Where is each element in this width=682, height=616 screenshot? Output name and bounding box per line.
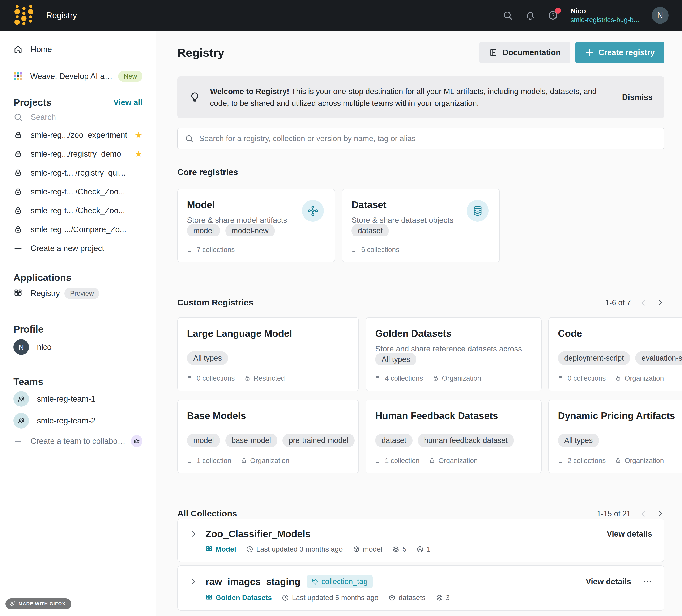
user-org-link[interactable]: smle-registries-bug-b... bbox=[571, 16, 639, 24]
registry-card-large-language-model[interactable]: Large Language Model All types 0 collect… bbox=[177, 317, 359, 391]
star-icon[interactable]: ★ bbox=[135, 130, 142, 140]
sidebar-project-item[interactable]: smle-reg-.../Compare_Zo... bbox=[0, 220, 156, 239]
search-icon[interactable] bbox=[503, 10, 513, 20]
lock-icon bbox=[244, 375, 251, 382]
projects-heading: Projects View all bbox=[0, 96, 156, 109]
collections-count: 4 collections bbox=[375, 374, 423, 382]
list-icon bbox=[375, 457, 382, 464]
registry-card-model[interactable]: Model Store & share model artifacts mode… bbox=[177, 189, 335, 262]
registry-card-dataset[interactable]: Dataset Store & share dataset objects da… bbox=[342, 189, 500, 262]
visibility-badge: Organization bbox=[241, 457, 289, 465]
sidebar-project-item[interactable]: smle-reg-t... /Check_Zoo... bbox=[0, 201, 156, 220]
layers-icon bbox=[392, 546, 400, 553]
sidebar-team-item[interactable]: smle-reg-team-2 bbox=[0, 410, 156, 432]
registry-link[interactable]: Model bbox=[205, 545, 236, 553]
collection-name[interactable]: Zoo_Classifier_Models bbox=[205, 528, 311, 540]
sidebar-project-item[interactable]: smle-reg.../registry_demo ★ bbox=[0, 145, 156, 163]
registry-card-human-feedback-datasets[interactable]: Human Feedback Datasets dataset human-fe… bbox=[366, 399, 542, 474]
bell-icon[interactable] bbox=[525, 10, 535, 20]
chevron-right-icon[interactable] bbox=[656, 510, 664, 518]
star-icon[interactable]: ★ bbox=[135, 149, 142, 159]
sidebar-search[interactable] bbox=[0, 109, 156, 126]
registry-card-base-models[interactable]: Base Models model base-model pre-trained… bbox=[177, 399, 359, 474]
registry-link[interactable]: Golden Datasets bbox=[205, 594, 272, 602]
list-icon bbox=[351, 246, 358, 253]
visibility-badge: Organization bbox=[615, 374, 664, 382]
create-registry-button[interactable]: Create registry bbox=[575, 42, 664, 63]
expand-chevron-icon[interactable] bbox=[189, 530, 198, 538]
registry-search-input[interactable] bbox=[199, 134, 657, 143]
registry-search[interactable] bbox=[177, 128, 664, 149]
wandb-logo-icon[interactable] bbox=[14, 4, 35, 27]
chevron-left-icon[interactable] bbox=[639, 299, 647, 307]
chevron-left-icon[interactable] bbox=[639, 510, 647, 518]
preview-badge: Preview bbox=[64, 288, 99, 299]
tag-pill: All types bbox=[558, 434, 599, 447]
custom-registries-grid: Large Language Model All types 0 collect… bbox=[177, 317, 664, 474]
notification-dot bbox=[555, 8, 561, 14]
card-description: Store and share reference datasets acros… bbox=[375, 345, 532, 353]
registry-app-icon bbox=[205, 546, 212, 553]
expand-chevron-icon[interactable] bbox=[189, 577, 198, 586]
sidebar-project-item[interactable]: smle-reg.../zoo_experiment ★ bbox=[0, 126, 156, 145]
dismiss-button[interactable]: Dismiss bbox=[622, 93, 653, 102]
registry-card-dynamic-pricing-artifacts[interactable]: Dynamic Pricing Artifacts All types 2 co… bbox=[548, 399, 682, 474]
list-icon bbox=[558, 457, 565, 464]
tag-pill: human-feedback-dataset bbox=[418, 434, 514, 447]
unlock-icon bbox=[615, 375, 621, 382]
registry-card-golden-datasets[interactable]: Golden Datasets Store and share referenc… bbox=[366, 317, 542, 391]
create-project-button[interactable]: Create a new project bbox=[0, 239, 156, 258]
list-icon bbox=[375, 375, 382, 382]
sidebar-team-item[interactable]: smle-reg-team-1 bbox=[0, 388, 156, 410]
collections-count: 6 collections bbox=[351, 246, 399, 254]
collections-pagination: 1-15 of 21 bbox=[597, 509, 664, 518]
sidebar-project-item[interactable]: smle-reg-t... /registry_qui... bbox=[0, 163, 156, 182]
banner-text: Welcome to Registry! This is your one-st… bbox=[210, 86, 612, 109]
help-button[interactable]: ? bbox=[548, 10, 558, 20]
registry-card-code[interactable]: Code deployment-script evaluation-script… bbox=[548, 317, 682, 391]
tag-pill: evaluation-script bbox=[635, 351, 682, 365]
avatar[interactable]: N bbox=[652, 7, 668, 24]
team-icon bbox=[14, 391, 29, 407]
card-title: Golden Datasets bbox=[375, 328, 532, 339]
more-menu-icon[interactable] bbox=[643, 577, 652, 586]
view-details-link[interactable]: View details bbox=[586, 577, 631, 586]
sidebar-profile-item[interactable]: N nico bbox=[0, 335, 156, 358]
list-icon bbox=[187, 375, 194, 382]
pagination-label: 1-15 of 21 bbox=[597, 509, 631, 518]
chevron-right-icon[interactable] bbox=[656, 299, 664, 307]
collection-name[interactable]: raw_images_staging bbox=[205, 576, 300, 587]
sidebar-item-home[interactable]: Home bbox=[0, 40, 156, 59]
sidebar-item-registry-app[interactable]: Registry Preview bbox=[0, 284, 156, 303]
database-icon bbox=[467, 200, 488, 222]
create-team-button[interactable]: Create a team to collaborate bbox=[0, 432, 156, 450]
sidebar-item-weave[interactable]: Weave: Develop AI apps New bbox=[0, 67, 156, 86]
version-count: 3 bbox=[436, 594, 450, 602]
applications-heading: Applications bbox=[0, 271, 156, 284]
user-name: Nico bbox=[571, 6, 639, 16]
collections-count: 1 collection bbox=[375, 457, 419, 465]
unlock-icon bbox=[615, 457, 621, 464]
sidebar-search-input[interactable] bbox=[31, 113, 119, 122]
core-registries-heading: Core registries bbox=[177, 167, 664, 177]
collection-tag-pill[interactable]: collection_tag bbox=[307, 575, 373, 588]
collection-row[interactable]: raw_images_staging collection_tag View d… bbox=[177, 566, 664, 611]
app-title: Registry bbox=[46, 11, 77, 20]
view-details-link[interactable]: View details bbox=[607, 529, 652, 538]
view-all-link[interactable]: View all bbox=[113, 98, 142, 107]
user-menu[interactable]: Nico smle-registries-bug-b... bbox=[571, 6, 639, 24]
tag-pill: model-new bbox=[225, 224, 275, 236]
tag-icon bbox=[312, 578, 319, 585]
collections-count: 2 collections bbox=[558, 457, 606, 465]
tag-pill: deployment-script bbox=[558, 351, 630, 365]
collections-count: 1 collection bbox=[187, 457, 231, 465]
sidebar-project-item[interactable]: smle-reg-t... /Check_Zoo... bbox=[0, 182, 156, 201]
member-count: 1 bbox=[416, 545, 431, 553]
collection-row[interactable]: Zoo_Classifier_Models View details Model… bbox=[177, 519, 664, 562]
unlock-icon bbox=[241, 457, 247, 464]
box-icon bbox=[388, 594, 395, 601]
last-updated: Last updated 3 months ago bbox=[246, 545, 343, 553]
main-content: Registry Documentation Create registry W… bbox=[156, 31, 682, 616]
person-icon bbox=[416, 546, 424, 553]
documentation-button[interactable]: Documentation bbox=[479, 42, 570, 63]
